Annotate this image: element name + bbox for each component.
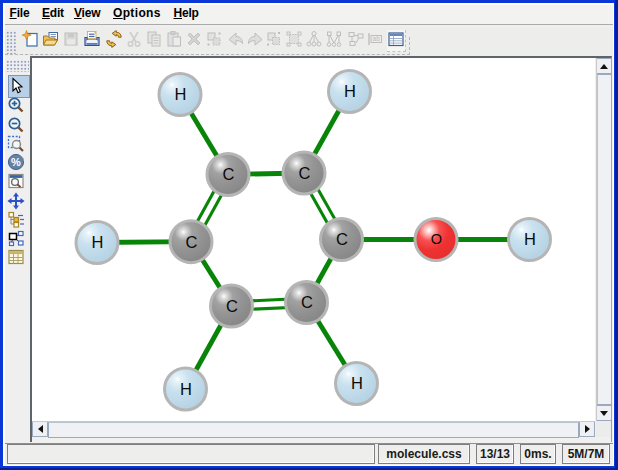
svg-text:ab: ab (372, 35, 380, 42)
svg-text:H: H (351, 374, 363, 392)
svg-text:C: C (186, 233, 198, 251)
svg-text:C: C (336, 230, 348, 248)
svg-text:H: H (180, 380, 192, 398)
svg-text:C: C (301, 293, 313, 311)
svg-text:%: % (11, 156, 21, 168)
svg-text:H: H (92, 233, 104, 251)
svg-text:H: H (175, 85, 187, 103)
svg-text:C: C (223, 165, 235, 183)
svg-text:H: H (344, 82, 356, 100)
svg-text:C: C (299, 164, 311, 182)
svg-text:H: H (524, 230, 536, 248)
svg-text:C: C (226, 297, 238, 315)
svg-text:O: O (431, 231, 442, 247)
